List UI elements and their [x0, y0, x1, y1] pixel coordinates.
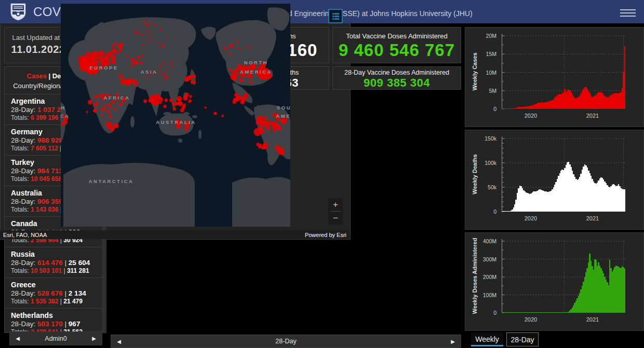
y-tick-label: 200M — [467, 274, 497, 280]
d28-cases-value: 614 476 — [37, 259, 63, 267]
map-timeframe-pager: ◀ 28-Day ▶ — [111, 335, 461, 348]
country-name: Greece — [11, 281, 106, 289]
y-tick-label: 150k — [467, 135, 497, 142]
d28-cases-value: 988 928 — [37, 136, 63, 144]
country-name: Netherlands — [11, 311, 106, 319]
map-zoom-control: + − — [328, 198, 343, 225]
country-28day-line: 28-Day: 614 476 | 25 604 — [11, 259, 106, 267]
total-vaccine-label: Total Vaccine Doses Administered — [333, 32, 461, 40]
tab-28-day[interactable]: 28-Day — [506, 332, 539, 346]
admin-level-pager: ◀ Admin0 ▶ — [9, 331, 102, 345]
d28-cases-value: 528 676 — [37, 289, 63, 297]
map-region-label: AFRICA — [104, 95, 130, 101]
d28-deaths-value: 2 134 — [69, 289, 86, 297]
country-28day-line: 28-Day: 503 170 | 967 — [11, 320, 106, 328]
chart-plot — [502, 130, 629, 230]
zoom-out-button[interactable]: − — [328, 212, 343, 225]
y-tick-label: 0 — [467, 310, 497, 316]
y-tick-label: 5M — [467, 88, 497, 94]
map-timeframe-label: 28-Day — [127, 338, 445, 345]
chart-y-axis-label: Weekly Deaths — [472, 133, 478, 216]
admin-level-label: Admin0 — [25, 335, 86, 342]
weekly-cases-chart: Weekly Cases05M10M15M20M20202021 — [465, 27, 644, 127]
map-region-label: EUROPE — [89, 65, 118, 71]
pager-prev-icon[interactable]: ◀ — [111, 339, 127, 344]
weekly-doses-chart: Weekly Doses Administered0100M200M300M40… — [465, 232, 644, 331]
y-tick-label: 300M — [467, 256, 497, 262]
map-region-label: AMERICA — [240, 69, 272, 75]
chart-timeframe-tabs: Weekly 28-Day — [465, 332, 644, 348]
map-region-label: NORTH — [244, 60, 268, 65]
menu-icon[interactable] — [620, 7, 636, 19]
total-cases-value: 1 143 036 — [31, 206, 58, 213]
country-totals-line: Totals: 1 535 382 | 21 479 — [11, 298, 106, 305]
total-deaths-value: 21 479 — [63, 298, 83, 305]
list-item[interactable]: Russia28-Day: 614 476 | 25 604Totals: 10… — [5, 247, 106, 277]
d28-cases-value: 503 170 — [37, 320, 63, 328]
total-vaccine-value: 9 460 546 767 — [333, 40, 461, 60]
y-tick-label: 15M — [467, 51, 497, 57]
attribution-esri: Powered by Esri — [305, 232, 346, 238]
layer-list-button[interactable] — [328, 9, 343, 23]
map-region-label: AUSTRALIA — [156, 119, 196, 125]
chart-plot — [502, 233, 629, 331]
map-region-label: H — [61, 105, 65, 110]
pager-next-icon[interactable]: ▶ — [86, 336, 102, 341]
y-tick-label: 50k — [467, 184, 497, 190]
covid-dashboard: COVID-19 Dashboard by the Center for Sys… — [0, 0, 644, 348]
cases-legend: Cases — [27, 72, 47, 80]
d28-vaccine-value: 909 385 304 — [333, 76, 461, 90]
map-attribution: Esri, FAO, NOAA Powered by Esri — [0, 230, 350, 239]
map-imagery[interactable]: EUROPEASIANORTHAMERICAAFRICAAUSTRALIASOU… — [61, 4, 290, 227]
total-cases-value: 10 503 101 — [31, 267, 62, 274]
y-tick-label: 0 — [467, 106, 497, 112]
map-region-label: SOUT — [277, 105, 290, 110]
weekly-deaths-chart: Weekly Deaths050k100k150k20202021 — [465, 130, 644, 230]
map-region-label: ASIA — [141, 69, 158, 75]
country-totals-line: Totals: 10 503 101 | 311 281 — [11, 267, 106, 274]
tab-weekly[interactable]: Weekly — [471, 332, 503, 346]
y-tick-label: 100k — [467, 160, 497, 166]
d28-cases-value: 984 713 — [37, 167, 63, 175]
d28-vaccine-label: 28-Day Vaccine Doses Administered — [333, 69, 461, 76]
total-cases-value: 7 605 112 — [31, 145, 58, 152]
total-deaths-value: 311 281 — [67, 267, 89, 274]
pager-prev-icon[interactable]: ◀ — [10, 336, 25, 341]
pager-next-icon[interactable]: ▶ — [445, 339, 461, 344]
case-dots-layer — [61, 4, 290, 227]
total-cases-value: 10 045 658 — [31, 175, 62, 183]
country-name: Russia — [11, 250, 106, 258]
total-cases-value: 1 535 382 — [31, 298, 58, 305]
map-region-label: ANTARCTICA — [89, 178, 134, 184]
y-tick-label: 10M — [467, 69, 497, 76]
country-28day-line: 28-Day: 528 676 | 2 134 — [11, 289, 106, 297]
jhu-logo-icon — [10, 3, 26, 21]
d28-deaths-value: 967 — [69, 320, 81, 328]
y-tick-label: 400M — [467, 238, 497, 244]
map-region-label: AMERI — [276, 113, 290, 119]
total-cases-value: 6 399 196 — [31, 114, 58, 121]
y-tick-label: 0 — [467, 208, 497, 215]
d28-cases-value: 906 359 — [37, 198, 63, 205]
chart-plot — [502, 27, 629, 128]
list-item[interactable]: Greece28-Day: 528 676 | 2 134Totals: 1 5… — [5, 277, 106, 308]
total-vaccine-card: Total Vaccine Doses Administered 9 460 5… — [332, 27, 461, 63]
list-item[interactable]: Netherlands28-Day: 503 170 | 967Totals: … — [5, 308, 106, 333]
y-tick-label: 100M — [467, 292, 497, 298]
d28-vaccine-card: 28-Day Vaccine Doses Administered 909 38… — [332, 66, 461, 90]
d28-deaths-value: 25 604 — [69, 259, 90, 267]
attribution-sources: Esri, FAO, NOAA — [3, 232, 47, 238]
y-tick-label: 20M — [467, 33, 497, 39]
map-region-label: CA — [61, 113, 70, 119]
zoom-in-button[interactable]: + — [328, 198, 343, 211]
